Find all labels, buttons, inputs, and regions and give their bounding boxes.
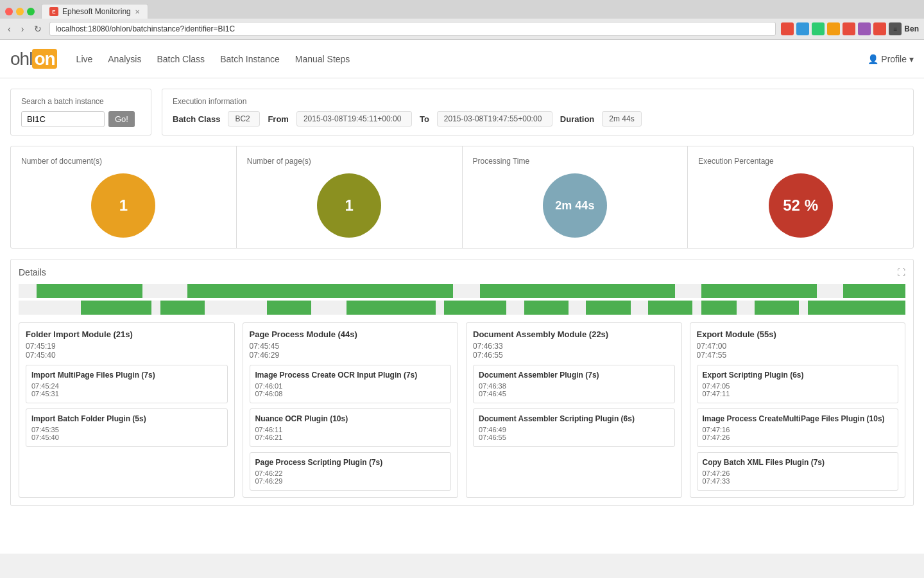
tab-close-btn[interactable]: ✕ (135, 8, 140, 15)
nav-analysis[interactable]: Analysis (108, 49, 141, 69)
execution-panel: Execution information Batch Class BC2 Fr… (162, 89, 914, 136)
plugin-title: Nuance OCR Plugin (10s) (255, 414, 446, 423)
forward-btn[interactable]: › (19, 22, 27, 35)
timeline-bar (160, 301, 205, 315)
plugin-card: Import Batch Folder Plugin (5s)07:45:350… (26, 408, 228, 447)
module-end-time: 07:45:40 (26, 351, 228, 360)
plugin-start-time: 07:45:24 (31, 382, 222, 390)
nav-batch-instance[interactable]: Batch Instance (220, 49, 280, 69)
timeline-bar (887, 301, 905, 315)
timeline-bar (81, 301, 152, 315)
module-title: Page Process Module (44s) (250, 329, 452, 339)
module-title: Folder Import Module (21s) (26, 329, 228, 339)
logo-text: ohlon (10, 49, 57, 69)
timeline-bar (701, 301, 737, 315)
search-row: Go! (21, 111, 141, 127)
batch-class-label: Batch Class (173, 114, 220, 124)
stat-execution-value: 52 % (783, 197, 818, 215)
app: ohlon Live Analysis Batch Class Batch In… (0, 40, 924, 554)
logo-on: on (32, 49, 56, 69)
search-input[interactable] (21, 111, 105, 127)
nav-links: Live Analysis Batch Class Batch Instance… (76, 49, 868, 69)
profile-icon: 👤 (868, 54, 878, 64)
timeline-bar (267, 301, 311, 315)
profile-btn[interactable]: 👤 Profile ▾ (868, 54, 914, 64)
plugin-start-time: 07:46:11 (255, 426, 446, 434)
top-nav: ohlon Live Analysis Batch Class Batch In… (0, 40, 924, 78)
search-panel: Search a batch instance Go! (10, 89, 151, 136)
maximize-window-btn[interactable] (27, 8, 35, 15)
refresh-btn[interactable]: ↻ (31, 22, 44, 35)
plugin-end-time: 07:46:45 (479, 390, 669, 398)
stat-documents-value: 1 (119, 197, 128, 215)
browser-user-btn[interactable]: Ben (904, 24, 919, 33)
plugin-title: Export Scripting Plugin (6s) (703, 371, 893, 380)
timeline-bar (346, 301, 435, 315)
module-card: Page Process Module (44s)07:45:4507:46:2… (243, 322, 459, 498)
close-window-btn[interactable] (5, 8, 13, 15)
back-btn[interactable]: ‹ (5, 22, 13, 35)
module-title: Document Assembly Module (22s) (473, 329, 675, 339)
main-content: Search a batch instance Go! Execution in… (0, 78, 924, 516)
details-header: Details ⛶ (19, 267, 905, 277)
stat-documents: Number of document(s) 1 (11, 146, 237, 248)
nav-batch-class[interactable]: Batch Class (157, 49, 205, 69)
timeline-bar (843, 284, 905, 298)
stat-processing-title: Processing Time (473, 157, 530, 166)
timeline-row-1 (19, 284, 905, 298)
module-end-time: 07:46:29 (250, 351, 452, 360)
ext-icon-4[interactable] (827, 22, 840, 35)
plugin-end-time: 07:46:29 (255, 477, 446, 485)
plugin-card: Copy Batch XML Files Plugin (7s)07:47:26… (697, 452, 899, 491)
plugin-card: Document Assembler Scripting Plugin (6s)… (473, 408, 675, 447)
plugin-card: Export Scripting Plugin (6s)07:47:0507:4… (697, 365, 899, 403)
details-settings-icon[interactable]: ⛶ (897, 268, 905, 277)
plugin-card: Image Process CreateMultiPage Files Plug… (697, 408, 899, 447)
stats-row: Number of document(s) 1 Number of page(s… (10, 146, 914, 249)
plugin-title: Page Process Scripting Plugin (7s) (255, 458, 446, 467)
to-label: To (420, 114, 429, 124)
timeline-bar (808, 301, 896, 315)
plugin-start-time: 07:47:26 (703, 469, 893, 477)
plugin-title: Import Batch Folder Plugin (5s) (31, 414, 222, 423)
plugin-card: Nuance OCR Plugin (10s)07:46:1107:46:21 (250, 408, 452, 447)
timeline-bar (187, 284, 454, 298)
nav-live[interactable]: Live (76, 49, 93, 69)
ext-icon-2[interactable] (796, 22, 809, 35)
modules-grid: Folder Import Module (21s)07:45:1907:45:… (19, 322, 905, 498)
ext-icon-5[interactable] (843, 22, 855, 35)
module-start-time: 07:46:33 (473, 342, 675, 351)
to-value: 2015-03-08T19:47:55+00:00 (437, 111, 552, 127)
plugin-start-time: 07:47:16 (703, 426, 893, 434)
stat-execution-title: Execution Percentage (698, 157, 773, 166)
ext-icon-7[interactable] (873, 22, 886, 35)
ext-icon-3[interactable] (812, 22, 825, 35)
plugin-end-time: 07:47:33 (703, 477, 893, 485)
browser-tab[interactable]: E Ephesoft Monitoring ✕ (41, 4, 148, 19)
tab-title: Ephesoft Monitoring (62, 7, 131, 16)
ext-icon-6[interactable] (858, 22, 871, 35)
stat-processing-value: 2m 44s (555, 199, 594, 213)
minimize-window-btn[interactable] (16, 8, 24, 15)
nav-manual-steps[interactable]: Manual Steps (295, 49, 350, 69)
plugin-end-time: 07:47:11 (703, 390, 893, 398)
module-title: Export Module (55s) (697, 329, 899, 339)
execution-fields: Batch Class BC2 From 2015-03-08T19:45:11… (173, 111, 903, 127)
plugin-card: Page Process Scripting Plugin (7s)07:46:… (250, 452, 452, 491)
browser-chrome: E Ephesoft Monitoring ✕ ‹ › ↻ ≡ Ben (0, 0, 924, 40)
plugin-title: Document Assembler Plugin (7s) (479, 371, 669, 380)
go-button[interactable]: Go! (108, 111, 135, 127)
timeline-bar (524, 301, 569, 315)
module-end-time: 07:47:55 (697, 351, 899, 360)
module-card: Document Assembly Module (22s)07:46:3307… (466, 322, 682, 498)
url-input[interactable] (49, 22, 776, 36)
ext-icon-1[interactable] (781, 22, 794, 35)
timeline-bar (444, 301, 506, 315)
search-label: Search a batch instance (21, 97, 141, 106)
menu-icon[interactable]: ≡ (889, 22, 902, 35)
batch-class-value: BC2 (228, 111, 260, 127)
module-card: Folder Import Module (21s)07:45:1907:45:… (19, 322, 235, 498)
browser-toolbar: ≡ Ben (781, 22, 919, 35)
tab-bar: E Ephesoft Monitoring ✕ (0, 0, 924, 19)
stat-pages-title: Number of page(s) (247, 157, 311, 166)
